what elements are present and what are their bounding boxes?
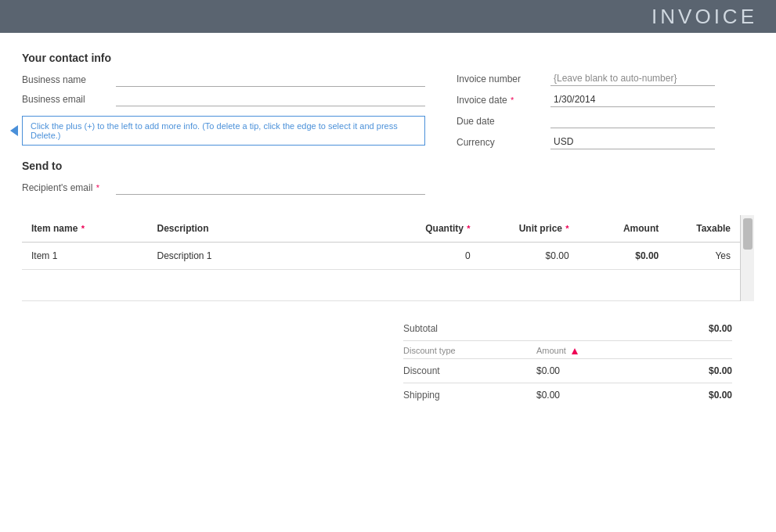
table-section: Item name * Description Quantity * Unit … [22, 215, 754, 301]
quantity-required: * [467, 224, 470, 233]
item-name-required: * [81, 224, 85, 233]
invoice-info-spacer [457, 52, 754, 63]
discount-value-header [670, 346, 732, 355]
business-name-input[interactable] [116, 72, 425, 87]
right-column: Invoice number Invoice date * Due date C… [457, 52, 754, 200]
business-name-row: Business name [22, 72, 425, 87]
invoice-number-row: Invoice number [457, 71, 754, 86]
shipping-row: Shipping $0.00 $0.00 [403, 383, 732, 407]
business-email-label: Business email [22, 94, 108, 105]
cell-taxable[interactable]: Yes [668, 243, 740, 270]
shipping-input-value[interactable]: $0.00 [536, 390, 670, 401]
recipient-email-required-star: * [96, 183, 99, 192]
invoice-date-row: Invoice date * [457, 92, 754, 107]
cell-description[interactable]: Description 1 [147, 243, 381, 270]
cell-amount: $0.00 [579, 243, 669, 270]
tooltip-arrow [10, 125, 18, 136]
empty-row-cell [22, 270, 740, 301]
discount-input-value[interactable]: $0.00 [536, 365, 670, 376]
table-empty-row [22, 270, 740, 301]
summary-table: Subtotal $0.00 Discount type Amount Disc… [403, 317, 732, 407]
subtotal-row: Subtotal $0.00 [403, 317, 732, 341]
invoice-table: Item name * Description Quantity * Unit … [22, 215, 740, 301]
page-title: INVOICE [651, 5, 757, 29]
subtotal-mid [536, 323, 670, 334]
table-row: Item 1 Description 1 0 $0.00 $0.00 [22, 243, 740, 270]
scrollbar[interactable] [740, 215, 754, 301]
discount-type-header-row: Discount type Amount [403, 341, 732, 359]
scrollbar-handle[interactable] [743, 218, 753, 250]
recipient-email-label: Recipient's email * [22, 182, 108, 193]
table-header: Item name * Description Quantity * Unit … [22, 215, 740, 243]
discount-type-label: Discount type [403, 346, 536, 355]
cell-unit-price[interactable]: $0.00 [480, 243, 579, 270]
col-quantity: Quantity * [381, 215, 479, 243]
col-amount: Amount [579, 215, 669, 243]
summary-section: Subtotal $0.00 Discount type Amount Disc… [22, 317, 754, 407]
top-section: Your contact info Business name Business… [22, 52, 754, 200]
due-date-label: Due date [457, 116, 543, 127]
invoice-date-label: Invoice date * [457, 95, 543, 106]
col-taxable: Taxable [668, 215, 740, 243]
currency-input[interactable] [550, 135, 715, 149]
discount-label: Discount [403, 365, 536, 376]
discount-amount-label: Amount [536, 346, 670, 355]
invoice-date-input[interactable] [550, 92, 715, 107]
send-to-heading: Send to [22, 160, 425, 172]
invoice-number-input[interactable] [550, 71, 715, 86]
tooltip-text: Click the plus (+) to the left to add mo… [31, 121, 398, 140]
subtotal-value: $0.00 [670, 323, 732, 334]
cell-item-name[interactable]: Item 1 [22, 243, 147, 270]
discount-row: Discount $0.00 $0.00 [403, 359, 732, 383]
col-unit-price: Unit price * [480, 215, 579, 243]
currency-label: Currency [457, 137, 543, 148]
col-description: Description [147, 215, 381, 243]
send-to-section: Send to Recipient's email * [22, 160, 425, 195]
main-content: Your contact info Business name Business… [0, 33, 776, 422]
due-date-input[interactable] [550, 113, 715, 128]
col-item-name: Item name * [22, 215, 147, 243]
invoice-date-required-star: * [511, 95, 514, 105]
table-header-row: Item name * Description Quantity * Unit … [22, 215, 740, 243]
subtotal-label: Subtotal [403, 323, 536, 334]
tooltip-box: Click the plus (+) to the left to add mo… [22, 116, 425, 146]
shipping-value: $0.00 [670, 390, 732, 401]
business-email-row: Business email [22, 92, 425, 106]
unit-price-required: * [565, 224, 568, 233]
business-email-input[interactable] [116, 92, 425, 106]
discount-value: $0.00 [670, 365, 732, 376]
page-header: INVOICE [0, 0, 776, 33]
table-wrapper: Item name * Description Quantity * Unit … [22, 215, 740, 301]
invoice-number-label: Invoice number [457, 74, 543, 84]
recipient-email-row: Recipient's email * [22, 180, 425, 195]
due-date-row: Due date [457, 113, 754, 128]
recipient-email-input[interactable] [116, 180, 425, 195]
table-body: Item 1 Description 1 0 $0.00 $0.00 [22, 243, 740, 301]
currency-row: Currency [457, 135, 754, 149]
contact-info-heading: Your contact info [22, 52, 425, 64]
business-name-label: Business name [22, 74, 108, 85]
left-column: Your contact info Business name Business… [22, 52, 425, 200]
shipping-label: Shipping [403, 390, 536, 401]
cell-quantity[interactable]: 0 [381, 243, 479, 270]
discount-red-marker [572, 348, 578, 354]
